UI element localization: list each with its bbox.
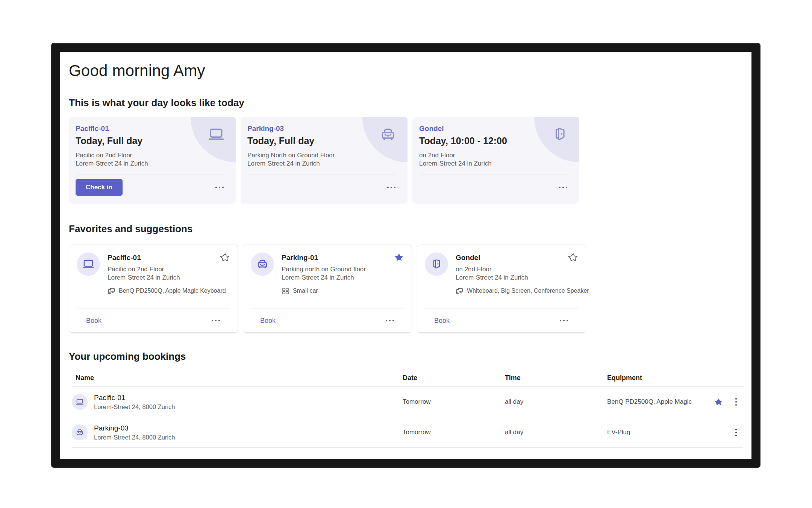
more-options-icon[interactable] <box>558 184 568 191</box>
row-date-cell: Tomorrow <box>403 398 505 406</box>
location-line1: Pacific on 2nd Floor <box>108 265 220 274</box>
resource-address: Lorem-Street 24, 8000 Zurich <box>94 403 175 411</box>
kebab-menu-icon[interactable] <box>733 427 739 438</box>
resource-name: Parking-03 <box>94 424 175 432</box>
favorite-toggle[interactable] <box>568 252 579 309</box>
door-icon <box>551 125 569 143</box>
column-header-name: Name <box>72 374 403 382</box>
booking-location: Parking North on Ground Floor Lorem-Stre… <box>247 151 396 168</box>
resource-name: Parking-01 <box>282 254 394 262</box>
location-line1: on 2nd Floor <box>419 151 568 160</box>
greeting-heading: Good morning Amy <box>69 62 751 80</box>
bookings-table-header: Name Date Time Equipment <box>72 369 743 386</box>
car-icon <box>75 428 84 437</box>
resource-name: Pacific-01 <box>108 254 220 262</box>
booking-location: on 2nd Floor Lorem-Street 24 in Zurich <box>419 151 568 168</box>
favorite-card-info: Gondel on 2nd Floor Lorem-Street 24 in Z… <box>456 252 568 309</box>
equipment-text: BenQ PD2500Q, Apple Magic Keyboard <box>119 287 226 294</box>
card-footer: Check in <box>76 175 224 200</box>
favorites-cards-row: Pacific-01 Pacific on 2nd Floor Lorem-St… <box>69 245 751 333</box>
location-line1: Parking north on Ground floor <box>282 265 394 274</box>
card-footer <box>247 175 396 200</box>
favorite-card-body: Parking-01 Parking north on Ground floor… <box>243 245 412 309</box>
row-time-cell: all day <box>505 398 607 406</box>
booking-row: Pacific-01 Lorem-Street 24, 8000 Zurich … <box>72 387 743 417</box>
row-name-cell: Parking-03 Lorem-Street 24, 8000 Zurich <box>72 424 403 441</box>
grid-icon <box>282 287 289 295</box>
car-icon <box>379 125 397 143</box>
equipment-row: Whiteboard, Big Screen, Conference Speak… <box>456 287 568 295</box>
location-line1: Pacific on 2nd Floor <box>76 151 224 160</box>
star-filled-icon[interactable] <box>714 397 723 406</box>
resource-address: Lorem-Street 24, 8000 Zurich <box>94 434 175 441</box>
location-line2: Lorem-Street 24 in Zurich <box>282 274 394 282</box>
today-booking-card: Gondel Today, 10:00 - 12:00 on 2nd Floor… <box>412 117 579 204</box>
today-cards-row: Pacific-01 Today, Full day Pacific on 2n… <box>69 117 751 204</box>
booking-location: Pacific on 2nd Floor Lorem-Street 24 in … <box>76 151 224 168</box>
more-options-icon[interactable] <box>559 317 569 324</box>
location-line2: Lorem-Street 24 in Zurich <box>247 160 396 168</box>
resource-name: Gondel <box>456 254 568 262</box>
favorite-toggle[interactable] <box>394 252 405 309</box>
favorite-card: Gondel on 2nd Floor Lorem-Street 24 in Z… <box>417 245 586 333</box>
column-header-equipment: Equipment <box>607 374 707 382</box>
today-booking-card: Parking-03 Today, Full day Parking North… <box>241 117 408 204</box>
page-content: Good morning Amy This is what your day l… <box>60 52 751 459</box>
resource-avatar <box>251 252 274 276</box>
laptop-icon <box>82 257 95 271</box>
location-line1: on 2nd Floor <box>456 265 568 274</box>
favorite-toggle[interactable] <box>220 252 231 309</box>
more-options-icon[interactable] <box>211 317 221 324</box>
resource-avatar <box>425 252 448 276</box>
favorite-card: Parking-01 Parking north on Ground floor… <box>243 245 412 333</box>
row-equipment-cell: EV-Plug <box>607 429 707 436</box>
equipment-row: BenQ PD2500Q, Apple Magic Keyboard <box>108 287 220 295</box>
location-line2: Lorem-Street 24 in Zurich <box>419 160 568 168</box>
favorite-card: Pacific-01 Pacific on 2nd Floor Lorem-St… <box>69 245 238 333</box>
row-actions-cell <box>707 397 743 407</box>
devices-icon <box>456 287 464 295</box>
resource-location: on 2nd Floor Lorem-Street 24 in Zurich <box>456 265 568 282</box>
star-outline-icon <box>220 252 230 262</box>
location-line2: Lorem-Street 24 in Zurich <box>76 160 224 168</box>
resource-avatar <box>72 424 88 440</box>
more-options-icon[interactable] <box>215 184 224 191</box>
book-link[interactable]: Book <box>260 317 276 325</box>
row-equipment-cell: BenQ PD2500Q, Apple Magic <box>607 398 707 406</box>
kebab-menu-icon[interactable] <box>733 397 739 407</box>
row-date-cell: Tomorrow <box>403 429 505 436</box>
favorites-section-title: Favorites and suggestions <box>69 223 751 235</box>
location-line2: Lorem-Street 24 in Zurich <box>108 274 220 282</box>
laptop-icon <box>75 397 84 406</box>
star-filled-icon <box>394 252 404 262</box>
row-name-cell: Pacific-01 Lorem-Street 24, 8000 Zurich <box>72 394 403 411</box>
card-footer <box>419 175 568 200</box>
today-section-title: This is what your day looks like today <box>69 97 751 109</box>
bookings-table: Name Date Time Equipment Pacific-01 Lore… <box>72 369 743 448</box>
card-footer: Book <box>417 309 586 332</box>
favorite-card-info: Parking-01 Parking north on Ground floor… <box>282 252 394 309</box>
check-in-button[interactable]: Check in <box>76 179 123 196</box>
more-options-icon[interactable] <box>385 317 395 324</box>
resource-avatar <box>77 252 100 276</box>
resource-avatar <box>72 394 88 410</box>
car-icon <box>256 257 269 271</box>
door-icon <box>430 257 443 271</box>
location-line1: Parking North on Ground Floor <box>247 151 396 160</box>
devices-icon <box>108 287 115 295</box>
more-options-icon[interactable] <box>386 184 396 191</box>
resource-location: Parking north on Ground floor Lorem-Stre… <box>282 265 394 282</box>
laptop-icon <box>207 125 225 143</box>
bookings-section-title: Your upcoming bookings <box>69 351 751 362</box>
book-link[interactable]: Book <box>86 317 102 325</box>
resource-location: Pacific on 2nd Floor Lorem-Street 24 in … <box>108 265 220 282</box>
resource-name: Pacific-01 <box>94 394 175 402</box>
equipment-row: Small car <box>282 287 394 295</box>
book-link[interactable]: Book <box>434 317 450 325</box>
star-outline-icon <box>568 252 578 262</box>
row-divider <box>72 447 743 448</box>
favorite-card-body: Pacific-01 Pacific on 2nd Floor Lorem-St… <box>69 245 238 309</box>
screenshot-frame: Good morning Amy This is what your day l… <box>52 44 760 467</box>
bookings-table-body: Pacific-01 Lorem-Street 24, 8000 Zurich … <box>72 387 743 448</box>
card-footer: Book <box>243 309 412 332</box>
